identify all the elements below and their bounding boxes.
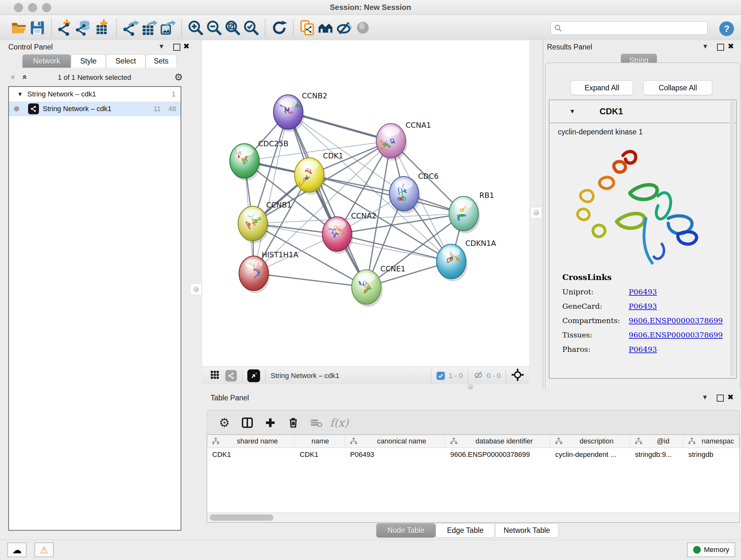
zoom-selected-region-button[interactable] — [242, 18, 260, 37]
table-row[interactable]: CDK1CDK1P064939606.ENSP00000378699cyclin… — [207, 448, 739, 461]
node-CDC6[interactable] — [389, 177, 420, 213]
crosslink-link[interactable]: P06493 — [629, 288, 657, 296]
network-collection-row[interactable]: ▼ String Network – cdk1 1 — [9, 87, 181, 102]
reload-network-button[interactable] — [270, 18, 288, 37]
column-header-name[interactable]: name — [294, 435, 345, 448]
tab-style[interactable]: Style — [71, 54, 106, 68]
collection-collapse-caret-icon[interactable]: ▼ — [17, 91, 23, 98]
import-network-from-file-button[interactable] — [56, 18, 75, 37]
zoom-fit-content-button[interactable] — [223, 18, 242, 37]
show-columns-icon[interactable] — [236, 413, 259, 432]
hidden-elements-eye-icon[interactable] — [473, 370, 483, 382]
zoom-in-button[interactable] — [186, 18, 205, 37]
network-options-gear-icon[interactable]: ⚙ — [174, 71, 183, 83]
edge-CCNA2-CDKN1A[interactable] — [337, 234, 451, 261]
tab-network-table[interactable]: Network Table — [495, 523, 559, 538]
crosslink-link[interactable]: P06493 — [629, 302, 657, 310]
horizontal-splitter[interactable] — [202, 384, 529, 389]
cell-database-identifier[interactable]: 9606.ENSP00000378699 — [445, 450, 550, 459]
float-panel-icon[interactable] — [717, 395, 724, 401]
close-panel-icon[interactable]: ✖ — [727, 393, 734, 401]
import-table-from-file-button[interactable] — [93, 18, 112, 37]
import-network-from-database-button[interactable] — [75, 18, 93, 37]
network-type-icon[interactable] — [225, 370, 237, 381]
node-collapse-caret-icon[interactable]: ▼ — [569, 108, 576, 115]
tab-sets[interactable]: Sets — [145, 54, 177, 68]
tab-edge-table[interactable]: Edge Table — [435, 523, 495, 538]
delete-column-trash-icon[interactable] — [282, 413, 305, 432]
export-network-button[interactable] — [121, 18, 140, 37]
table-hscrollbar[interactable] — [207, 512, 739, 522]
export-image-button[interactable] — [158, 18, 177, 37]
help-button[interactable]: ? — [719, 21, 735, 37]
cell-description[interactable]: cyclin-dependent ... — [550, 450, 630, 459]
panel-menu-caret-icon[interactable]: ▼ — [702, 43, 709, 50]
expand-all-button[interactable]: Expand All — [570, 80, 633, 95]
float-panel-icon[interactable] — [717, 44, 724, 51]
cell-canonical-name[interactable]: P06493 — [345, 450, 445, 459]
crosslink-link[interactable]: 9606.ENSP00000378699 — [629, 316, 723, 325]
column-header-namespac[interactable]: namespac — [683, 435, 739, 448]
tab-select[interactable]: Select — [106, 54, 145, 68]
node-CCNA2[interactable] — [322, 217, 353, 254]
edge-CCNB2-CCNE1[interactable] — [288, 112, 366, 287]
node-CDKN1A[interactable] — [436, 244, 468, 281]
table-hscrollbar-thumb[interactable] — [210, 514, 273, 521]
thumbnail-grid-icon[interactable] — [210, 370, 219, 381]
left-splitter[interactable] — [189, 40, 202, 540]
delete-table-icon[interactable] — [305, 413, 328, 432]
column-header-shared-name[interactable]: shared name — [207, 435, 294, 448]
create-column-plus-icon[interactable] — [259, 413, 282, 432]
string-show-graphics-button[interactable] — [354, 18, 372, 37]
cell-namespac[interactable]: stringdb — [683, 450, 739, 459]
crosslink-link[interactable]: 9606.ENSP00000378699 — [629, 331, 723, 339]
birds-eye-view-icon[interactable] — [247, 369, 260, 382]
table-settings-gear-icon[interactable]: ⚙ — [213, 413, 236, 432]
network-row[interactable]: String Network – cdk1 11 48 — [9, 102, 181, 116]
save-session-button[interactable] — [28, 18, 47, 37]
panel-menu-caret-icon[interactable]: ▼ — [158, 43, 165, 50]
node-CDK1[interactable] — [294, 158, 326, 195]
zoom-out-button[interactable] — [205, 18, 223, 37]
node-CCNB2[interactable] — [273, 95, 305, 132]
results-scrollbar[interactable] — [731, 101, 735, 376]
search-input[interactable] — [564, 23, 707, 33]
open-file-button[interactable] — [10, 18, 28, 37]
crosslink-link[interactable]: P06493 — [629, 345, 657, 354]
node-CCNE1[interactable] — [352, 270, 383, 307]
node-CCNB1[interactable] — [238, 206, 269, 243]
left-splitter-handle[interactable] — [190, 284, 202, 295]
edge-HIST1H1A-CCNE1[interactable] — [254, 273, 366, 287]
tab-network[interactable]: Network — [22, 54, 71, 68]
panel-menu-caret-icon[interactable]: ▼ — [702, 394, 708, 401]
cell--id[interactable]: stringdb:9... — [630, 450, 683, 459]
cell-shared-name[interactable]: CDK1 — [207, 450, 294, 459]
edge-CDK1-RB1[interactable] — [309, 175, 464, 213]
memory-button[interactable]: Memory — [687, 543, 735, 557]
string-protein-query-button[interactable] — [298, 18, 317, 37]
fit-selected-crosshair-icon[interactable] — [511, 368, 524, 383]
node-CDC25B[interactable] — [230, 144, 261, 181]
close-panel-icon[interactable]: ✖ — [728, 42, 734, 51]
node-RB1[interactable] — [449, 196, 480, 233]
column-header-database-identifier[interactable]: database identifier — [445, 435, 550, 448]
cloud-service-button[interactable]: ☁ — [7, 543, 26, 557]
selected-nodes-checkbox-icon[interactable] — [436, 372, 445, 380]
function-builder-icon[interactable]: f(x) — [328, 413, 351, 432]
collapse-all-button[interactable]: Collapse All — [643, 80, 712, 95]
right-splitter-handle[interactable] — [530, 207, 542, 219]
node-CCNA1[interactable] — [376, 124, 407, 161]
cell-name[interactable]: CDK1 — [294, 450, 345, 459]
export-network-icon — [122, 19, 139, 36]
export-table-button[interactable] — [140, 18, 158, 37]
string-home-button[interactable] — [317, 18, 335, 37]
column-header-canonical-name[interactable]: canonical name — [345, 435, 445, 448]
warnings-button[interactable]: ⚠ — [35, 543, 54, 557]
column-header--id[interactable]: @id — [630, 435, 683, 448]
column-header-description[interactable]: description — [550, 435, 630, 448]
float-panel-icon[interactable] — [173, 44, 180, 51]
network-canvas[interactable]: CCNB2CCNA1CDC25BCDK1CDC6RB1CCNB1CCNA2HIS… — [202, 40, 529, 367]
string-hide-glasses-button[interactable] — [335, 18, 354, 37]
tab-node-table[interactable]: Node Table — [376, 523, 435, 538]
edge-CCNB2-HIST1H1A[interactable] — [254, 112, 288, 273]
